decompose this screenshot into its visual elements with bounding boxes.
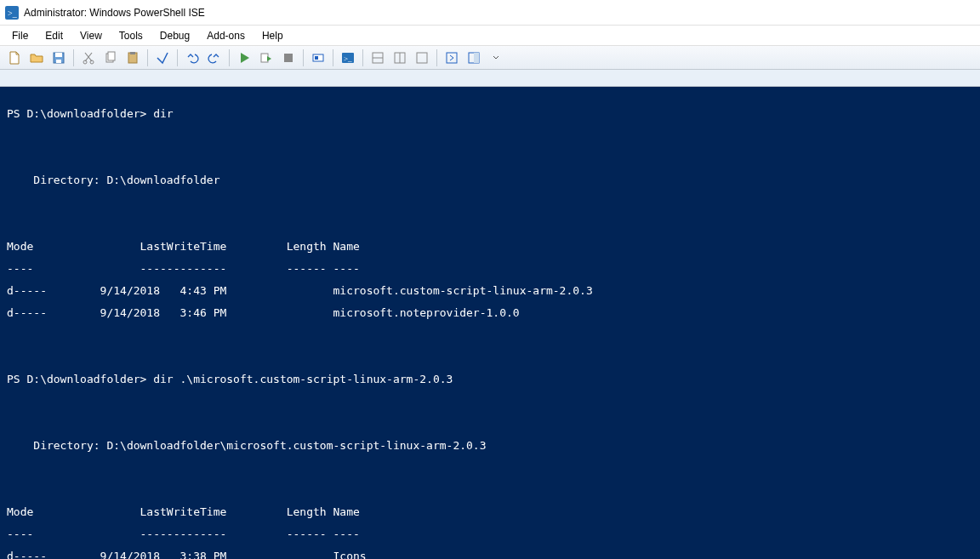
open-file-button[interactable] [26,48,48,68]
console-line [7,462,973,473]
menu-file[interactable]: File [3,27,37,44]
svg-text:>_: >_ [344,54,352,63]
toolbar-separator [303,49,304,66]
show-script-pane-right-button[interactable] [389,48,411,68]
console-line: d----- 9/14/2018 4:43 PM microsoft.custo… [7,285,973,296]
save-button[interactable] [48,48,70,68]
app-icon: >_ [5,6,19,20]
console-line: Directory: D:\downloadfolder [7,174,973,185]
console-line [7,418,973,429]
console-line: Mode LastWriteTime Length Name [7,506,973,517]
console-line [7,219,973,230]
console-line [7,396,973,407]
stop-button[interactable] [277,48,299,68]
cut-button[interactable] [77,48,100,68]
toolbar-separator [73,49,74,66]
show-script-pane-max-button[interactable] [411,48,433,68]
show-script-pane-top-button[interactable] [367,48,389,68]
svg-rect-12 [284,54,293,62]
new-file-button[interactable] [3,48,26,68]
menubar: File Edit View Tools Debug Add-ons Help [0,26,980,46]
undo-button[interactable] [181,48,203,68]
svg-rect-24 [474,53,479,63]
svg-rect-21 [417,53,427,63]
paste-button[interactable] [122,48,144,68]
console-line: PS D:\downloadfolder> dir .\microsoft.cu… [7,374,973,385]
toolbar: >_ [0,46,980,70]
console-line [7,329,973,340]
menu-addons[interactable]: Add-ons [198,27,254,44]
svg-rect-3 [55,53,62,57]
show-command-pane-button[interactable] [441,48,463,68]
console-line: d----- 9/14/2018 3:38 PM Icons [7,550,973,559]
console-line [7,152,973,163]
console-line: Mode LastWriteTime Length Name [7,241,973,252]
console-line: ---- ------------- ------ ---- [7,528,973,539]
svg-rect-4 [56,60,61,63]
toolbar-separator [333,49,333,66]
svg-rect-8 [108,52,115,60]
console-line: Directory: D:\downloadfolder\microsoft.c… [7,440,973,451]
toolbar-separator [177,49,178,66]
titlebar: >_ Administrator: Windows PowerShell ISE [0,0,980,26]
toolbar-separator [362,49,363,66]
window-title: Administrator: Windows PowerShell ISE [24,7,205,19]
svg-rect-22 [447,53,457,63]
menu-debug[interactable]: Debug [151,27,198,44]
console-line [7,484,973,495]
console-line [7,197,973,208]
toolbar-dropdown-button[interactable] [485,48,507,68]
svg-rect-11 [261,54,268,62]
svg-text:>_: >_ [8,9,18,18]
toolbar-separator [147,49,148,66]
console-line: PS D:\downloadfolder> dir [7,108,973,119]
console-line [7,351,973,362]
toolbar-separator [229,49,230,66]
console-line [7,130,973,141]
run-selection-button[interactable] [255,48,277,68]
start-powershell-button[interactable]: >_ [337,48,359,68]
toolbar-separator [436,49,437,66]
console-pane[interactable]: PS D:\downloadfolder> dir Directory: D:\… [0,87,980,559]
console-line: ---- ------------- ------ ---- [7,263,973,274]
new-remote-tab-button[interactable] [307,48,329,68]
clear-console-button[interactable] [151,48,174,68]
redo-button[interactable] [203,48,225,68]
menu-edit[interactable]: Edit [37,27,71,44]
run-script-button[interactable] [233,48,255,68]
copy-button[interactable] [100,48,122,68]
console-line: d----- 9/14/2018 3:46 PM microsoft.notep… [7,307,973,318]
tab-strip [0,70,980,87]
menu-view[interactable]: View [71,27,111,44]
svg-rect-10 [130,52,135,54]
menu-help[interactable]: Help [254,27,292,44]
svg-rect-14 [315,56,318,60]
menu-tools[interactable]: Tools [111,27,151,44]
show-command-addon-button[interactable] [463,48,485,68]
